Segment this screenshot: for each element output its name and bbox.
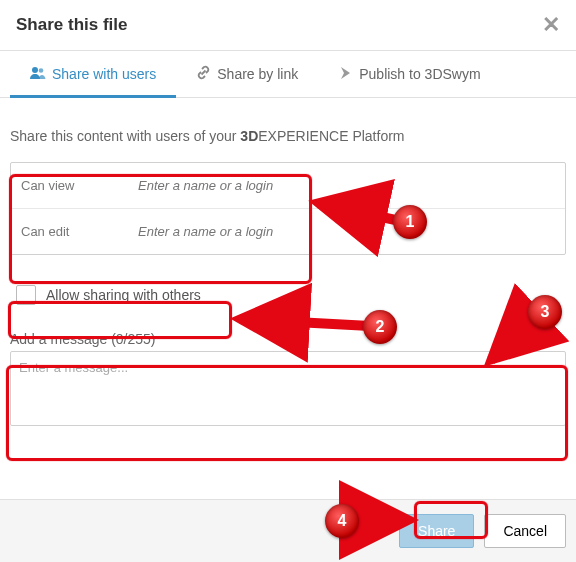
users-icon	[30, 66, 46, 83]
tab-label: Share by link	[217, 66, 298, 82]
tab-bar: Share with users Share by link Publish t…	[0, 50, 576, 98]
tab-label: Share with users	[52, 66, 156, 82]
can-view-row: Can view	[11, 163, 565, 209]
share-button[interactable]: Share	[399, 514, 474, 548]
can-edit-label: Can edit	[21, 224, 136, 239]
message-label: Add a message (0/255)	[10, 331, 566, 347]
tab-label: Publish to 3DSwym	[359, 66, 480, 82]
dialog-title: Share this file	[16, 15, 127, 35]
link-icon	[196, 65, 211, 83]
tab-share-with-users[interactable]: Share with users	[10, 51, 176, 97]
message-section: Add a message (0/255)	[0, 315, 576, 430]
can-edit-row: Can edit	[11, 209, 565, 254]
allow-sharing-checkbox[interactable]	[16, 285, 36, 305]
allow-sharing-row: Allow sharing with others	[0, 275, 576, 315]
share-subtitle: Share this content with users of your 3D…	[10, 128, 566, 144]
can-view-label: Can view	[21, 178, 136, 193]
svg-point-1	[39, 68, 44, 73]
cancel-button[interactable]: Cancel	[484, 514, 566, 548]
tab-share-by-link[interactable]: Share by link	[176, 51, 318, 97]
dialog-body: Share this content with users of your 3D…	[0, 98, 576, 255]
allow-sharing-label: Allow sharing with others	[46, 287, 201, 303]
permissions-box: Can view Can edit	[10, 162, 566, 255]
can-view-input[interactable]	[136, 177, 555, 194]
dialog-footer: Share Cancel	[0, 499, 576, 562]
dialog-header: Share this file ✕	[0, 0, 576, 50]
publish-icon	[338, 66, 353, 83]
can-edit-input[interactable]	[136, 223, 555, 240]
svg-point-0	[32, 67, 38, 73]
message-textarea[interactable]	[10, 351, 566, 426]
tab-publish-3dswym[interactable]: Publish to 3DSwym	[318, 51, 500, 97]
close-icon[interactable]: ✕	[542, 12, 560, 38]
